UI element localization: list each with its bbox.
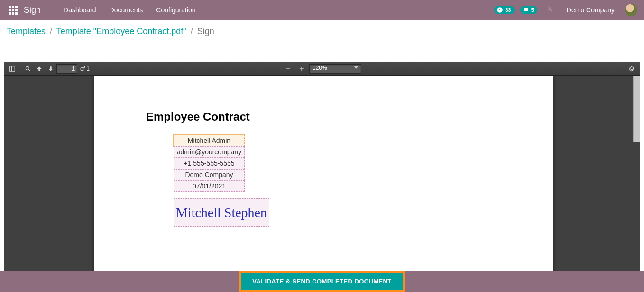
nav-documents[interactable]: Documents [110,6,143,14]
field-name[interactable]: Mitchell Admin [174,135,245,146]
pdf-viewer: of 1 120% Employee Contract Mitchell Adm… [4,62,640,271]
sidebar-toggle-icon[interactable] [7,63,18,75]
tools-icon[interactable] [626,63,637,75]
svg-point-0 [26,66,29,70]
field-email[interactable]: admin@yourcompany [174,146,245,158]
zoom-in-icon[interactable] [296,63,307,75]
zoom-value: 120% [313,65,327,71]
field-phone[interactable]: +1 555-555-5555 [174,158,245,169]
pdf-toolbar: of 1 120% [4,62,640,76]
prev-page-icon[interactable] [34,63,45,75]
top-nav: Sign Dashboard Documents Configuration 3… [0,0,644,20]
search-icon[interactable] [22,63,34,75]
activity-count: 33 [505,7,511,13]
messages-badge[interactable]: 5 [520,6,537,14]
chat-icon [523,7,529,13]
breadcrumb: Templates / Template "Employee Contract.… [0,20,644,43]
nav-right-group: 33 5 Demo Company [494,4,639,16]
bottom-bar: VALIDATE & SEND COMPLETED DOCUMENT [0,271,644,292]
field-signature[interactable]: Mitchell Stephen [174,198,269,227]
chevron-down-icon [354,66,358,69]
zoom-out-icon[interactable] [283,63,294,75]
zoom-select[interactable]: 120% [309,64,361,74]
crumb-current: Sign [197,27,214,36]
app-brand[interactable]: Sign [24,5,41,15]
activity-badge[interactable]: 33 [494,6,514,14]
crumb-template[interactable]: Template "Employee Contract.pdf" [56,27,186,36]
field-company[interactable]: Demo Company [174,169,245,180]
svg-rect-1 [286,68,290,69]
doc-title: Employee Contract [146,110,501,123]
pdf-canvas-area[interactable]: Employee Contract Mitchell Admin admin@y… [4,76,640,271]
scrollbar-thumb[interactable] [633,76,640,142]
next-page-icon[interactable] [45,63,56,75]
wrench-icon[interactable] [546,5,553,15]
validate-send-button[interactable]: VALIDATE & SEND COMPLETED DOCUMENT [241,273,403,290]
pdf-page: Employee Contract Mitchell Admin admin@y… [94,76,553,271]
svg-rect-3 [301,66,302,70]
crumb-templates[interactable]: Templates [7,27,46,36]
field-date[interactable]: 07/01/2021 [174,180,245,192]
page-number-input[interactable] [56,64,77,74]
clock-icon [497,7,503,13]
page-total: of 1 [80,66,90,72]
apps-icon[interactable] [8,5,18,15]
validate-highlight: VALIDATE & SEND COMPLETED DOCUMENT [239,271,405,292]
nav-dashboard[interactable]: Dashboard [64,6,96,14]
avatar[interactable] [625,4,637,16]
company-name[interactable]: Demo Company [567,6,615,14]
sign-fields: Mitchell Admin admin@yourcompany +1 555-… [174,135,501,227]
nav-configuration[interactable]: Configuration [156,6,195,14]
crumb-sep: / [191,27,193,36]
crumb-sep: / [50,27,52,36]
messages-count: 5 [531,7,534,13]
